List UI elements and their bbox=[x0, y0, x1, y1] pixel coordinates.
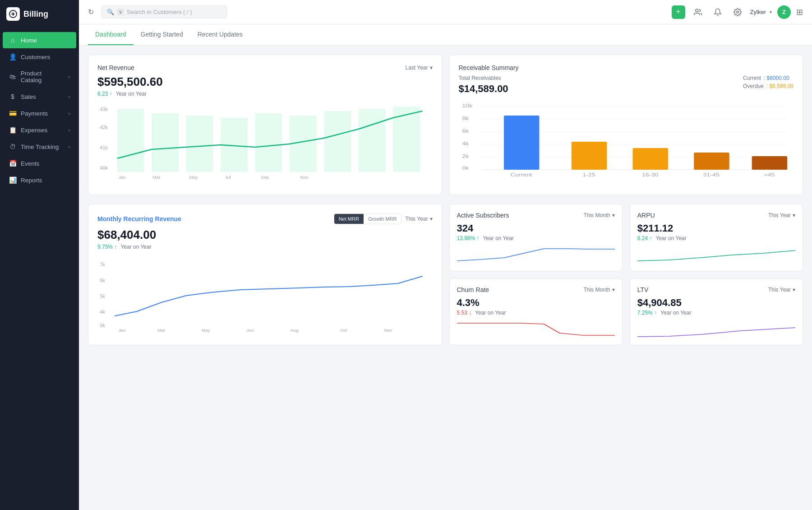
add-button[interactable]: + bbox=[672, 5, 685, 19]
payments-icon: 💳 bbox=[9, 110, 16, 117]
sidebar-item-expenses-label: Expenses bbox=[21, 127, 47, 134]
sidebar-item-reports[interactable]: 📊 Reports bbox=[3, 172, 76, 188]
active-subscribers-card: Active Subscribers This Month ▾ 324 13.8… bbox=[449, 204, 623, 271]
tab-dashboard[interactable]: Dashboard bbox=[88, 24, 134, 45]
notifications-icon[interactable] bbox=[710, 5, 725, 19]
top-cards-grid: Net Revenue Last Year ▾ $595,500.60 6.23… bbox=[79, 46, 812, 204]
search-filter-badge[interactable]: ∨ bbox=[117, 9, 124, 15]
search-input[interactable] bbox=[127, 9, 221, 15]
sidebar-item-customers[interactable]: 👤 Customers bbox=[3, 49, 76, 65]
svg-text:42k: 42k bbox=[100, 125, 108, 130]
sidebar-item-payments[interactable]: 💳 Payments › bbox=[3, 105, 76, 121]
topbar: ↻ 🔍 ∨ + Zylker ▾ Z ⊞ bbox=[79, 0, 812, 24]
user-avatar[interactable]: Z bbox=[777, 5, 791, 19]
active-subscribers-value: 324 bbox=[457, 223, 615, 234]
arpu-title: ARPU bbox=[637, 212, 655, 219]
tab-recent-updates[interactable]: Recent Updates bbox=[190, 24, 250, 45]
user-menu[interactable]: Zylker ▾ bbox=[750, 9, 772, 15]
svg-text:2k: 2k bbox=[462, 154, 469, 159]
sidebar-item-sales[interactable]: $ Sales › bbox=[3, 88, 76, 105]
customers-icon: 👤 bbox=[9, 53, 16, 60]
ltv-card: LTV This Year ▾ $4,904.85 7.25% ↑ Year o… bbox=[630, 278, 803, 346]
events-icon: 📅 bbox=[9, 160, 16, 167]
dashboard-content: Net Revenue Last Year ▾ $595,500.60 6.23… bbox=[79, 46, 812, 510]
arpu-card: ARPU This Year ▾ $211.12 8.24 ↑ Year on … bbox=[630, 204, 803, 271]
users-icon[interactable] bbox=[691, 5, 705, 19]
svg-text:4k: 4k bbox=[100, 310, 105, 315]
svg-text:40k: 40k bbox=[100, 166, 108, 171]
chevron-right-icon: › bbox=[69, 74, 70, 79]
sidebar-item-product-catalog[interactable]: 🛍 Product Catalog › bbox=[3, 65, 76, 88]
active-subscribers-period[interactable]: This Month ▾ bbox=[583, 212, 614, 218]
active-subscribers-title: Active Subscribers bbox=[457, 212, 509, 219]
tabs: Dashboard Getting Started Recent Updates bbox=[79, 24, 812, 46]
svg-rect-10 bbox=[359, 109, 386, 172]
svg-text:41k: 41k bbox=[100, 145, 108, 150]
search-bar[interactable]: 🔍 ∨ bbox=[101, 5, 227, 19]
sidebar-item-home[interactable]: ⌂ Home bbox=[3, 32, 76, 48]
app-logo[interactable]: Billing bbox=[0, 0, 79, 28]
receivable-legend: Current : $8000.00 Overdue : $6,589.00 bbox=[743, 75, 794, 89]
net-mrr-button[interactable]: Net MRR bbox=[334, 214, 364, 224]
svg-text:Jan: Jan bbox=[119, 175, 126, 180]
mrr-period[interactable]: This Year ▾ bbox=[405, 216, 432, 222]
sidebar-item-expenses[interactable]: 📋 Expenses › bbox=[3, 122, 76, 138]
net-revenue-header: Net Revenue Last Year ▾ bbox=[97, 64, 433, 71]
svg-point-1 bbox=[695, 9, 698, 12]
arpu-value: $211.12 bbox=[637, 223, 795, 234]
overdue-label: Overdue bbox=[743, 83, 764, 89]
svg-text:Jun: Jun bbox=[247, 328, 254, 333]
svg-text:Aug: Aug bbox=[291, 328, 298, 333]
receivable-bar-chart: 10k 8k 6k 4k 2k 0k bbox=[459, 102, 794, 183]
arpu-period[interactable]: This Year ▾ bbox=[768, 212, 795, 218]
svg-text:7k: 7k bbox=[100, 262, 105, 267]
svg-text:1-25: 1-25 bbox=[582, 172, 595, 177]
svg-text:>45: >45 bbox=[764, 172, 775, 177]
ltv-period[interactable]: This Year ▾ bbox=[768, 287, 795, 293]
svg-rect-3 bbox=[117, 109, 144, 172]
tab-getting-started[interactable]: Getting Started bbox=[134, 24, 190, 45]
net-revenue-trend: 6.23 ↑ Year on Year bbox=[97, 91, 433, 97]
current-label: Current bbox=[743, 75, 761, 81]
svg-rect-35 bbox=[571, 142, 607, 170]
churn-rate-header: Churn Rate This Month ▾ bbox=[457, 286, 615, 293]
mrr-trend-value: 9.75% ↑ bbox=[97, 244, 117, 250]
svg-point-2 bbox=[736, 11, 738, 13]
sidebar-item-sales-label: Sales bbox=[21, 93, 36, 100]
net-revenue-period[interactable]: Last Year ▾ bbox=[405, 65, 432, 71]
sidebar-item-events[interactable]: 📅 Events bbox=[3, 155, 76, 172]
main-content: ↻ 🔍 ∨ + Zylker ▾ Z ⊞ Dashboard bbox=[79, 0, 812, 510]
period-dropdown-icon: ▾ bbox=[430, 65, 433, 71]
net-revenue-card: Net Revenue Last Year ▾ $595,500.60 6.23… bbox=[88, 55, 442, 195]
svg-text:May: May bbox=[202, 328, 210, 333]
churn-rate-trend: 5.53 ↓ Year on Year bbox=[457, 310, 615, 316]
chevron-right-payments-icon: › bbox=[69, 111, 70, 116]
refresh-icon[interactable]: ↻ bbox=[88, 8, 94, 16]
churn-rate-period[interactable]: This Month ▾ bbox=[583, 287, 614, 293]
receivable-title: Receivable Summary bbox=[459, 64, 519, 71]
ltv-sparkline bbox=[637, 320, 795, 338]
ltv-title: LTV bbox=[637, 286, 649, 293]
sidebar-item-time-tracking[interactable]: ⏱ Time Tracking › bbox=[3, 139, 76, 155]
svg-rect-5 bbox=[186, 116, 213, 172]
svg-rect-37 bbox=[694, 153, 729, 170]
small-cards-grid: Active Subscribers This Month ▾ 324 13.8… bbox=[449, 204, 803, 345]
receivable-summary-card: Receivable Summary Total Receivables $14… bbox=[449, 55, 803, 195]
net-revenue-trend-label: Year on Year bbox=[116, 91, 147, 97]
logo-icon bbox=[6, 7, 20, 21]
growth-mrr-button[interactable]: Growth MRR bbox=[364, 214, 401, 224]
svg-rect-9 bbox=[324, 111, 351, 172]
app-name: Billing bbox=[23, 9, 48, 19]
sidebar-item-time-tracking-label: Time Tracking bbox=[21, 144, 59, 150]
svg-text:Mar: Mar bbox=[153, 175, 161, 180]
svg-text:Oct: Oct bbox=[340, 328, 347, 333]
svg-text:Current: Current bbox=[510, 172, 532, 177]
sidebar-item-product-catalog-label: Product Catalog bbox=[21, 70, 64, 83]
mrr-trend-label: Year on Year bbox=[120, 244, 151, 250]
grid-icon[interactable]: ⊞ bbox=[796, 7, 803, 17]
overdue-value: : $6,589.00 bbox=[766, 83, 794, 89]
mrr-value: $68,404.00 bbox=[97, 228, 433, 242]
svg-text:31-45: 31-45 bbox=[703, 172, 720, 177]
settings-icon[interactable] bbox=[730, 5, 745, 19]
svg-rect-38 bbox=[752, 156, 787, 170]
